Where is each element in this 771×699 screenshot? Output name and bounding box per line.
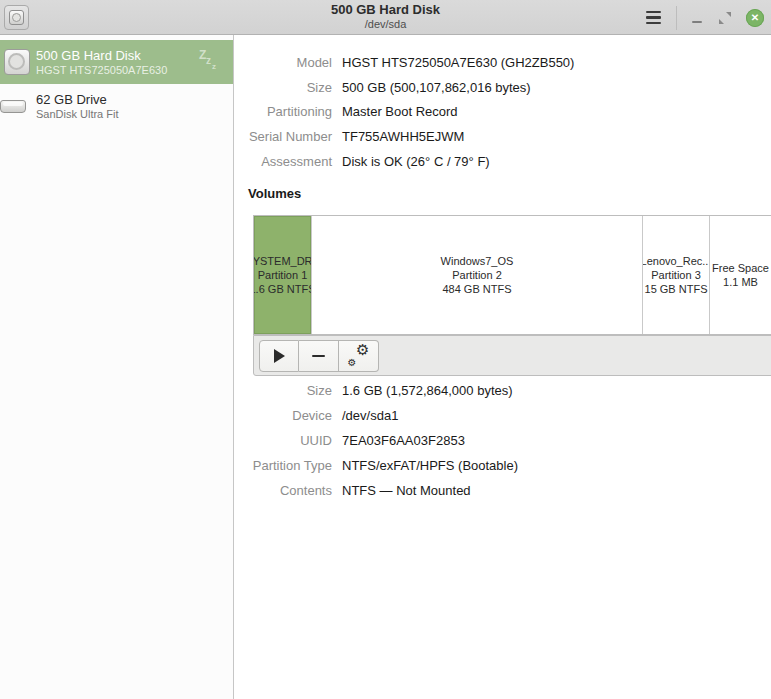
hard-disk-icon xyxy=(4,49,30,75)
volume-detail-row-uuid: UUID 7EA03F6AA03F2853 xyxy=(236,428,771,453)
device-sidebar: 500 GB Hard Disk HGST HTS725050A7E630 Z … xyxy=(0,35,234,699)
partition-segment-windows7-os[interactable]: Windows7_OS Partition 2 484 GB NTFS xyxy=(312,216,643,334)
detail-value: /dev/sda1 xyxy=(342,408,398,423)
detail-value: TF755AWHH5EJWM xyxy=(342,129,464,144)
minus-icon xyxy=(312,355,325,358)
partition-name: SYSTEM_DRV xyxy=(254,254,312,268)
partition-name: Windows7_OS xyxy=(441,254,514,268)
sidebar-item-62gb-drive[interactable]: 62 GB Drive SanDisk Ultra Fit xyxy=(0,84,233,128)
sidebar-item-subtitle: SanDisk Ultra Fit xyxy=(36,108,233,121)
disks-app-icon xyxy=(9,10,24,25)
close-button[interactable]: ✕ xyxy=(739,0,771,35)
detail-value: 7EA03F6AA03F2853 xyxy=(342,433,465,448)
close-icon: ✕ xyxy=(746,9,764,27)
partition-size: 1.6 GB NTFS xyxy=(254,282,312,296)
partition-segment-free-space[interactable]: Free Space 1.1 MB xyxy=(710,216,771,334)
minimize-button[interactable] xyxy=(683,0,711,35)
detail-label: Contents xyxy=(236,483,332,498)
mount-volume-button[interactable] xyxy=(259,340,299,372)
drive-detail-row-serial-number: Serial Number TF755AWHH5EJWM xyxy=(236,124,771,149)
volume-detail-row-partition-type: Partition Type NTFS/exFAT/HPFS (Bootable… xyxy=(236,453,771,478)
volume-detail-row-size: Size 1.6 GB (1,572,864,000 bytes) xyxy=(236,378,771,403)
titlebar-separator xyxy=(676,6,677,30)
drive-detail-row-partitioning: Partitioning Master Boot Record xyxy=(236,99,771,124)
partition-name: Free Space xyxy=(712,261,769,275)
titlebar: 500 GB Hard Disk /dev/sda ✕ xyxy=(0,0,771,35)
detail-label: Model xyxy=(236,55,332,70)
drive-detail-row-size: Size 500 GB (500,107,862,016 bytes) xyxy=(236,75,771,100)
drive-detail-row-model: Model HGST HTS725050A7E630 (GH2ZB550) xyxy=(236,50,771,75)
detail-value: HGST HTS725050A7E630 (GH2ZB550) xyxy=(342,55,574,70)
maximize-button[interactable] xyxy=(711,0,739,35)
volume-toolbar: ⚙ ⚙ xyxy=(253,335,771,376)
app-menu-button[interactable] xyxy=(636,0,670,35)
detail-label: Size xyxy=(236,80,332,95)
sidebar-item-title: 62 GB Drive xyxy=(36,92,233,108)
volumes-partition-bar: SYSTEM_DRV Partition 1 1.6 GB NTFS Windo… xyxy=(253,215,771,335)
partition-number: Partition 1 xyxy=(258,268,308,282)
window-app-icon-button[interactable] xyxy=(4,5,29,30)
standby-zzz-icon: Z z z xyxy=(199,48,225,76)
volume-detail-row-device: Device /dev/sda1 xyxy=(236,403,771,428)
window-controls: ✕ xyxy=(636,0,771,35)
sidebar-item-500gb-hard-disk[interactable]: 500 GB Hard Disk HGST HTS725050A7E630 Z … xyxy=(0,40,233,84)
hamburger-menu-icon xyxy=(646,11,661,14)
partition-number: Partition 2 xyxy=(452,268,502,282)
detail-label: Size xyxy=(236,383,332,398)
detail-label: Partition Type xyxy=(236,458,332,473)
volumes-section-header: Volumes xyxy=(248,186,301,201)
partition-name: Lenovo_Rec... xyxy=(643,254,710,268)
detail-label: Serial Number xyxy=(236,129,332,144)
drive-detail-row-assessment: Assessment Disk is OK (26° C / 79° F) xyxy=(236,149,771,174)
partition-size: 484 GB NTFS xyxy=(442,282,511,296)
gears-icon: ⚙ ⚙ xyxy=(349,346,369,366)
partition-size: 15 GB NTFS xyxy=(645,282,708,296)
delete-partition-button[interactable] xyxy=(299,340,339,372)
volume-detail-row-contents: Contents NTFS — Not Mounted xyxy=(236,478,771,503)
detail-value: 1.6 GB (1,572,864,000 bytes) xyxy=(342,383,513,398)
detail-label: Device xyxy=(236,408,332,423)
usb-drive-icon xyxy=(0,100,26,113)
partition-number: Partition 3 xyxy=(651,268,701,282)
partition-segment-system-drv[interactable]: SYSTEM_DRV Partition 1 1.6 GB NTFS xyxy=(254,216,312,334)
volume-button-group: ⚙ ⚙ xyxy=(259,340,379,372)
minimize-icon xyxy=(692,21,702,23)
partition-size: 1.1 MB xyxy=(723,275,758,289)
detail-value: NTFS/exFAT/HPFS (Bootable) xyxy=(342,458,518,473)
detail-label: Assessment xyxy=(236,154,332,169)
detail-label: Partitioning xyxy=(236,104,332,119)
partition-segment-lenovo-recovery[interactable]: Lenovo_Rec... Partition 3 15 GB NTFS xyxy=(643,216,710,334)
play-icon xyxy=(274,349,285,363)
partition-options-button[interactable]: ⚙ ⚙ xyxy=(339,340,379,372)
detail-value: Master Boot Record xyxy=(342,104,458,119)
detail-value: NTFS — Not Mounted xyxy=(342,483,471,498)
maximize-icon xyxy=(718,11,732,25)
detail-value: Disk is OK (26° C / 79° F) xyxy=(342,154,490,169)
detail-value: 500 GB (500,107,862,016 bytes) xyxy=(342,80,531,95)
detail-label: UUID xyxy=(236,433,332,448)
